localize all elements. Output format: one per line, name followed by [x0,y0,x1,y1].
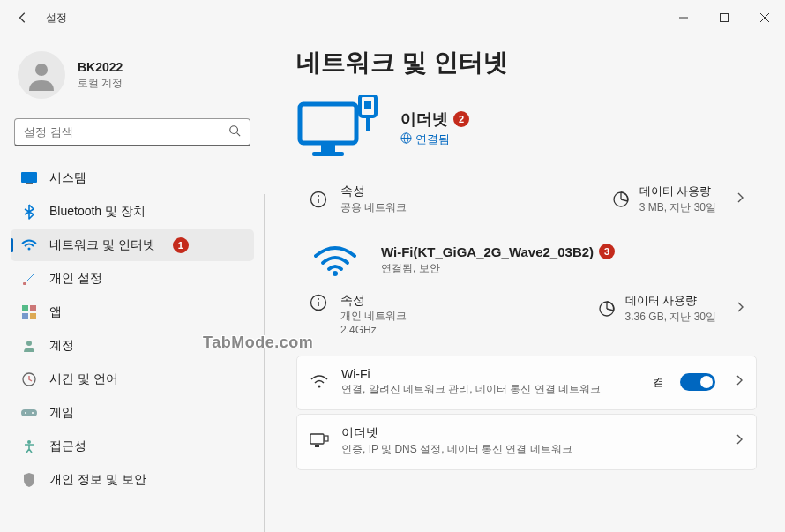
sidebar-item-bluetooth[interactable]: Bluetooth 및 장치 [11,196,254,228]
wifi-status: 연결됨, 보안 [381,261,615,276]
sidebar-item-gaming[interactable]: 게임 [11,397,254,429]
svg-point-18 [27,440,31,444]
shield-icon [21,472,37,488]
avatar [18,51,65,99]
wifi-toggle-label: 켬 [653,374,664,390]
maximize-button[interactable] [704,4,744,32]
svg-rect-44 [325,436,328,441]
svg-rect-23 [364,101,371,109]
sidebar-item-accessibility[interactable]: 접근성 [11,431,254,462]
ethernet-props-title: 속성 [340,184,599,199]
user-name: BK2022 [78,60,123,74]
globe-icon [400,132,412,146]
sidebar-item-label: 네트워크 및 인터넷 [49,237,155,253]
svg-point-3 [230,125,238,133]
wifi-settings-row[interactable]: Wi-Fi 연결, 알려진 네트워크 관리, 데이터 통신 연결 네트워크 켬 [296,356,757,410]
minimize-button[interactable] [663,4,704,32]
sidebar-item-accounts[interactable]: 계정 [11,330,254,362]
svg-rect-5 [21,172,37,183]
sidebar-item-label: 개인 정보 및 보안 [49,472,146,488]
ethernet-setting-sub: 인증, IP 및 DNS 설정, 데이터 통신 연결 네트워크 [341,442,712,457]
ethernet-hero: 이더넷 2 연결됨 [296,95,757,161]
apps-icon [21,304,37,320]
user-profile[interactable]: BK2022 로컬 계정 [11,51,254,118]
sidebar-item-label: 시간 및 언어 [49,371,118,387]
ethernet-data-sub: 3 MB, 지난 30일 [639,200,716,215]
wifi-props-sub: 개인 네트워크 [340,309,585,324]
sidebar-item-label: 접근성 [49,438,86,454]
svg-rect-42 [310,434,324,444]
svg-point-36 [318,298,319,300]
data-usage-icon [611,190,631,209]
ethernet-properties-row[interactable]: 속성 공용 네트워크 데이터 사용량 3 MB, 지난 30일 [296,173,757,228]
system-icon [21,170,37,186]
svg-rect-10 [30,305,36,311]
wifi-props-band: 2.4GHz [340,324,585,336]
ethernet-title: 이더넷 [400,109,448,130]
svg-rect-8 [23,282,26,285]
wifi-title: Wi-Fi(KT_GiGA_2G_Wave2_03B2) [381,244,594,259]
svg-point-29 [318,195,319,197]
chevron-right-icon [735,433,744,449]
wifi-setting-title: Wi-Fi [341,367,640,381]
data-usage-icon [597,299,617,318]
close-button[interactable] [744,4,785,32]
sidebar-item-network[interactable]: 네트워크 및 인터넷 1 [11,229,254,261]
sidebar-item-apps[interactable]: 앱 [11,296,254,328]
svg-point-41 [318,386,321,388]
svg-point-34 [333,271,338,276]
search-icon [228,124,241,140]
search-input[interactable] [24,125,228,139]
svg-line-33 [621,199,628,201]
svg-line-4 [237,132,241,136]
sidebar-item-privacy[interactable]: 개인 정보 및 보안 [11,464,254,496]
svg-rect-11 [22,313,28,319]
info-icon [309,293,328,312]
sidebar-item-label: Bluetooth 및 장치 [49,204,146,220]
info-icon [309,190,328,209]
wifi-icon [21,237,37,253]
wifi-data-title: 데이터 사용량 [625,293,716,309]
svg-rect-12 [30,313,36,319]
wifi-data-sub: 3.36 GB, 지난 30일 [625,310,716,325]
wifi-toggle[interactable] [680,373,715,391]
svg-point-13 [26,341,32,346]
svg-rect-15 [21,409,37,416]
annotation-badge-2: 2 [453,111,469,127]
wifi-props-title: 속성 [340,293,585,309]
svg-point-17 [32,412,34,414]
wifi-icon [310,372,329,392]
svg-rect-43 [315,445,319,447]
page-title: 네트워크 및 인터넷 [296,46,757,79]
ethernet-props-sub: 공용 네트워크 [340,200,599,215]
wifi-icon-large [309,244,362,277]
sidebar-item-personalization[interactable]: 개인 설정 [11,263,254,295]
chevron-right-icon [735,374,744,390]
back-button[interactable] [11,5,35,30]
wifi-properties-row[interactable]: 속성 개인 네트워크 2.4GHz 데이터 사용량 3.36 GB, 지난 30… [296,282,757,348]
ethernet-data-title: 데이터 사용량 [639,184,716,199]
search-box[interactable] [14,118,250,146]
wifi-hero: Wi-Fi(KT_GiGA_2G_Wave2_03B2) 3 연결됨, 보안 [296,228,757,282]
ethernet-status: 연결됨 [415,131,450,147]
window-title: 설정 [46,11,67,26]
svg-rect-19 [300,104,356,143]
svg-point-2 [35,64,48,76]
sidebar-item-label: 게임 [49,405,74,421]
svg-line-40 [607,309,614,311]
ethernet-icon [310,431,329,451]
access-icon [21,438,37,454]
ethernet-settings-row[interactable]: 이더넷 인증, IP 및 DNS 설정, 데이터 통신 연결 네트워크 [296,414,757,470]
svg-point-7 [28,248,31,251]
ethernet-setting-title: 이더넷 [341,425,712,441]
sidebar-item-time-language[interactable]: 시간 및 언어 [11,363,254,395]
time-icon [21,371,37,387]
sidebar-item-system[interactable]: 시스템 [11,162,254,194]
annotation-badge-3: 3 [599,244,615,259]
wifi-setting-sub: 연결, 알려진 네트워크 관리, 데이터 통신 연결 네트워크 [341,382,640,397]
brush-icon [21,271,37,287]
sidebar-item-label: 시스템 [49,170,86,186]
bluetooth-icon [21,204,37,220]
sidebar-item-label: 개인 설정 [49,271,102,287]
sidebar-item-label: 앱 [49,304,62,320]
